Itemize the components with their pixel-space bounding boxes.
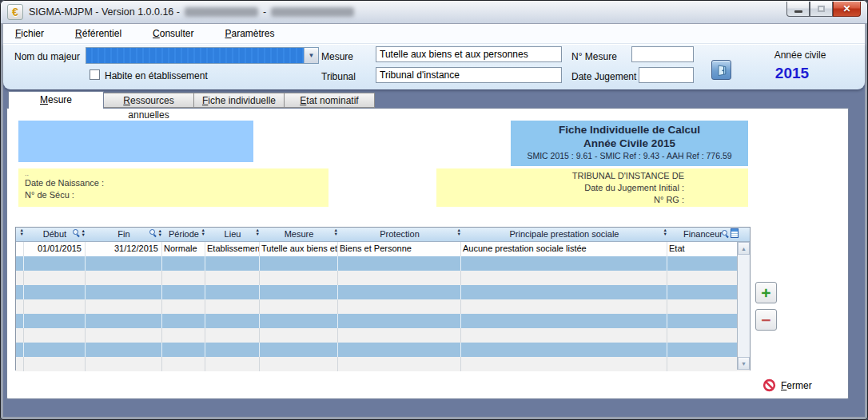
habite-etablissement-checkbox[interactable] (90, 69, 100, 80)
date-jugement-field[interactable] (639, 67, 694, 83)
tribunal-instance-line: TRIBUNAL D'INSTANCE DE (436, 170, 684, 182)
table-row[interactable] (16, 328, 750, 343)
person-info-box: .. Date de Naissance : N° de Sécu : (18, 168, 328, 207)
num-secu-label: N° de Sécu : (25, 189, 328, 201)
tab-ressources-annuelles[interactable]: Ressources annuelles (104, 93, 194, 108)
table-row[interactable] (16, 357, 750, 371)
table-row[interactable] (16, 314, 750, 328)
table-scrollbar[interactable]: ▲ ▼ (737, 242, 750, 370)
date-jugement-label: Date Jugement (571, 71, 636, 82)
table-row[interactable]: 01/01/2015 31/12/2015 Normale Etablissem… (16, 242, 750, 256)
app-logo-icon: € (7, 4, 23, 20)
door-icon (715, 64, 728, 77)
title-bar[interactable]: € SIGMA-MJPM - Version 1.0.0.16 - - ✕ (1, 1, 867, 24)
col-lieu[interactable]: Lieu (205, 228, 260, 241)
num-mesure-label: N° Mesure (571, 51, 617, 62)
search-icon[interactable] (721, 229, 730, 238)
title-redacted-2 (271, 7, 354, 17)
chevron-down-icon[interactable]: ▼ (304, 48, 318, 63)
table-row[interactable] (16, 299, 750, 314)
tab-fiche-individuelle[interactable]: Fiche individuelle (194, 93, 285, 108)
fiche-subtitle: Année Civile 2015 (511, 137, 748, 150)
table-header-row: Début Fin Période Lieu Mesure Protection… (16, 228, 750, 242)
col-debut[interactable]: Début (24, 228, 86, 241)
tab-mesure[interactable]: Mesure (8, 91, 104, 109)
exit-door-button[interactable] (711, 60, 731, 80)
col-protection[interactable]: Protection (338, 228, 461, 241)
col-selector[interactable] (16, 228, 24, 241)
num-rg-label: N° RG : (436, 194, 684, 206)
mesures-table: Début Fin Période Lieu Mesure Protection… (15, 227, 751, 370)
table-row[interactable] (16, 285, 750, 299)
scroll-down-icon[interactable]: ▼ (738, 357, 750, 370)
search-icon[interactable] (149, 228, 157, 237)
col-financeur[interactable]: Financeur (667, 228, 739, 241)
title-redacted-1 (185, 7, 258, 17)
tribunal-info-box: TRIBUNAL D'INSTANCE DE Date du Jugement … (436, 168, 748, 207)
nom-du-majeur-label: Nom du majeur (14, 51, 80, 62)
tab-strip: Mesure Ressources annuelles Fiche indivi… (8, 91, 375, 109)
menu-parametres[interactable]: Paramètres (214, 25, 285, 42)
person-redacted-line: .. (25, 170, 328, 177)
person-identity-redacted-box (18, 121, 253, 162)
window-title: SIGMA-MJPM - Version 1.0.0.16 - - (29, 6, 354, 18)
habite-etablissement-label: Habite en établissement (105, 70, 208, 81)
add-row-button[interactable]: + (755, 282, 777, 303)
fiche-individuelle-box: Fiche Individuelle de Calcul Année Civil… (511, 121, 748, 166)
menu-bar: Fichier Référentiel Consulter Paramètres (3, 24, 865, 44)
menu-fichier[interactable]: Fichier (5, 25, 54, 42)
tab-etat-nominatif[interactable]: Etat nominatif (285, 93, 375, 108)
menu-referentiel[interactable]: Référentiel (65, 25, 132, 42)
table-row[interactable] (16, 256, 750, 271)
fermer-label: Fermer (781, 380, 812, 391)
table-row[interactable] (16, 271, 750, 285)
annee-civile-value: 2015 (756, 65, 828, 82)
tribunal-label: Tribunal (321, 71, 369, 82)
minimize-button[interactable] (786, 2, 810, 17)
grid-icon[interactable] (731, 228, 739, 238)
menu-consulter[interactable]: Consulter (142, 25, 204, 42)
col-prestation[interactable]: Principale prestation sociale (461, 228, 667, 241)
app-window: € SIGMA-MJPM - Version 1.0.0.16 - - ✕ Fi… (0, 0, 868, 420)
num-mesure-field[interactable] (631, 46, 694, 62)
fiche-title: Fiche Individuelle de Calcul (511, 123, 748, 137)
annee-civile-label: Année civile (764, 50, 836, 61)
fermer-button[interactable]: Fermer (762, 378, 812, 392)
fiche-refs: SMIC 2015 : 9.61 - SMIC Ref : 9.43 - AAH… (511, 150, 748, 162)
combobox-redacted-value (86, 48, 304, 63)
remove-row-button[interactable]: − (755, 309, 777, 331)
search-icon[interactable] (72, 228, 81, 237)
prohibition-icon (762, 378, 776, 392)
col-mesure[interactable]: Mesure (260, 228, 338, 241)
mesure-label: Mesure (321, 51, 369, 62)
form-header: Nom du majeur ▼ Habite en établissement … (3, 44, 865, 89)
col-periode[interactable]: Période (162, 228, 205, 241)
nom-du-majeur-combobox[interactable]: ▼ (86, 47, 319, 64)
scroll-up-icon[interactable]: ▲ (738, 242, 750, 255)
date-jugement-initial-label: Date du Jugement Initial : (436, 182, 684, 194)
date-naissance-label: Date de Naissance : (25, 177, 328, 189)
mesure-field[interactable] (376, 46, 562, 62)
tribunal-field[interactable] (376, 67, 562, 83)
col-fin[interactable]: Fin (86, 228, 162, 241)
maximize-button[interactable] (810, 2, 833, 17)
mesure-tab-panel: Fiche Individuelle de Calcul Année Civil… (6, 108, 849, 399)
close-icon[interactable]: ✕ (833, 2, 861, 17)
window-controls: ✕ (786, 2, 861, 17)
table-row[interactable] (16, 343, 750, 357)
